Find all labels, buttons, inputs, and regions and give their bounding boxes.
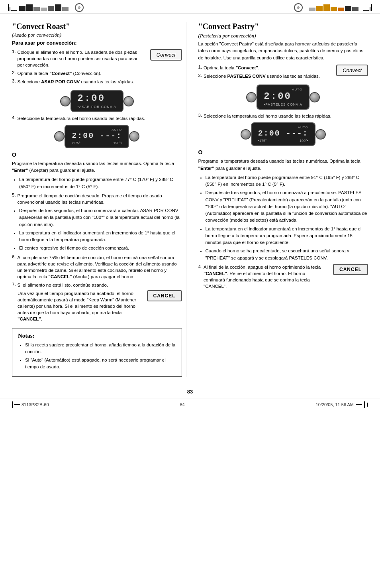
step1-num: 1. (12, 49, 16, 68)
bullet5-3: El conteo regresivo del tiempo de cocció… (19, 245, 182, 252)
notes-box: Notas: Si la receta sugiere precalentar … (12, 328, 182, 377)
r-step2-text: Seleccione PASTELES CONV usando las tecl… (204, 73, 320, 79)
para1-left: Programe la temperatura deseada usando l… (12, 160, 182, 174)
compass-symbol-right: ⊕ (294, 3, 303, 12)
step6-text: Al completarse 75% del tiempo de cocción… (18, 254, 182, 280)
left-section-title: "Convect Roast" (12, 22, 182, 31)
right-column: "Convect Pastry" (Pastelería por convecc… (194, 22, 368, 377)
step2-text: Oprima la tecla "Convect" (Convección). (18, 70, 102, 77)
step4-text: Seleccione la temperatura del horno usan… (18, 115, 145, 122)
bullet1-left: La temperatura del horno puede programar… (19, 176, 182, 190)
top-bar-blocks-left (19, 4, 69, 11)
left-column: "Convect Roast" (Asado por convección) P… (12, 22, 186, 377)
bottom-right-text: 10/20/05, 11:56 AM (316, 402, 354, 407)
r-step1-text: Oprima la tecla "Convect". (204, 65, 259, 71)
bold-o-left: O (12, 151, 182, 158)
cancel-button-left[interactable]: CANCEL (147, 290, 182, 301)
r-step3-text: Seleccione la temperatura del horno usan… (204, 113, 331, 119)
r-temp-right: 190°• (300, 139, 308, 143)
bold-o-right: O (198, 149, 368, 155)
top-bar-blocks-right (309, 4, 358, 11)
notes-title: Notas: (18, 332, 176, 339)
display-panel-1-right: AUTO 2:00 •PASTELES CONV A (198, 85, 368, 110)
temp-left-1: •175° (72, 141, 80, 145)
right-section-title: "Convect Pastry" (198, 22, 259, 31)
bullet5-2: La temperatura en el indicador aumentará… (19, 230, 182, 244)
compass-symbol-left: ⊕ (75, 3, 84, 12)
display-panel-2-right: AUTO 2:00 ---: •175° 190°• (198, 122, 368, 146)
right-intro: La opción "Convect Pastry" está diseñada… (198, 41, 368, 61)
right-section-subtitle: (Pastelería por convección) (198, 33, 368, 39)
step5-num: 5. (12, 193, 16, 205)
convect-button-right[interactable]: Convect (336, 65, 368, 76)
step6-num: 6. (12, 254, 16, 280)
temp-right-1: 190°• (113, 141, 122, 145)
r-step3-num: 3. (198, 113, 202, 119)
bottom-bar: 8113PS2B-60 84 10/20/05, 11:56 AM (0, 399, 380, 410)
step7-text: Si el alimento no está listo, continúe a… (18, 282, 108, 288)
r-step4-text: Al final de la cocción, apague el horno … (204, 264, 327, 289)
step7-num: 7. (12, 282, 16, 288)
r-step2-num: 2. (198, 73, 202, 79)
r-bullet2: Después de tres segundos, el horno comen… (206, 189, 368, 224)
r-bullet4: Cuando el horno se ha precalentado, se e… (206, 248, 368, 262)
bottom-center-text: 84 (180, 402, 184, 407)
top-deco-left (8, 4, 17, 11)
r-bullet1: La temperatura del horno puede programar… (206, 174, 368, 188)
page-number: 83 (0, 389, 380, 395)
left-section-subtitle: (Asado por convección) (12, 32, 182, 38)
para1-right: Programe la temperatura deseada usando l… (198, 158, 368, 172)
r-step1-num: 1. (198, 65, 202, 71)
bullet5-1: Después de tres segundos, el horno comen… (19, 207, 182, 228)
step3-text: Seleccione ASAR POR CONV usando las tecl… (18, 79, 134, 85)
cancel-button-right[interactable]: CANCEL (333, 264, 368, 275)
step4-num: 4. (12, 115, 16, 122)
display-panel-1-left: 2:00 •ASAR POR CONV A (12, 90, 182, 112)
display-panel-2-left: AUTO 2:00 ---: •175° 190°• (12, 125, 182, 148)
r-temp-left: •175° (258, 139, 267, 143)
step1-text: Coloque el alimento en el horno. La asad… (18, 49, 144, 68)
step5-text: Programe el tiempo de cocción deseado. P… (18, 193, 182, 205)
convect-button-left[interactable]: Convect (150, 49, 182, 61)
r-bullet3: La temperatura en el indicador aumentará… (206, 226, 368, 246)
left-section-subtitle-bold: Para asar por convección: (12, 40, 182, 46)
step3-num: 3. (12, 79, 16, 85)
note-1: Si la receta sugiere precalentar el horn… (25, 342, 176, 356)
note-2: Si "Auto" (Automático) está apagado, no … (25, 357, 176, 371)
r-step4-num: 4. (198, 264, 202, 289)
bottom-left-text: 8113PS2B-60 (22, 402, 49, 407)
step2-num: 2. (12, 70, 16, 77)
step7-para: Una vez que el tiempo programado ha acab… (18, 290, 141, 322)
